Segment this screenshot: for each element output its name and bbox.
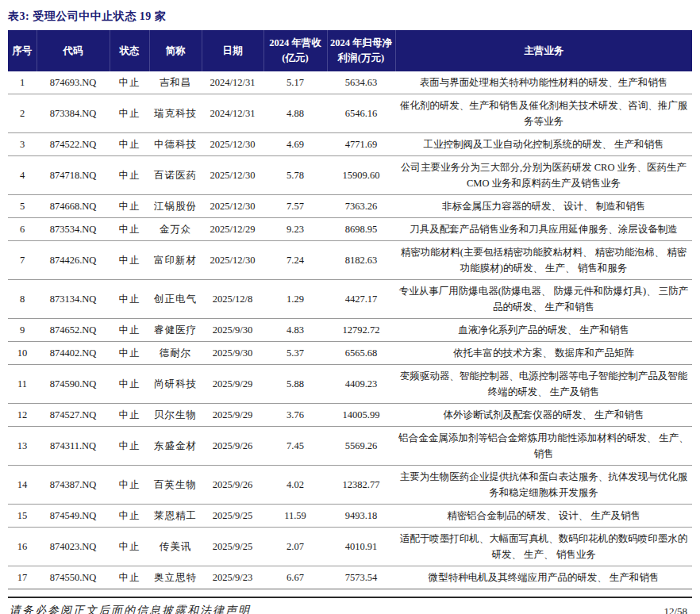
cell-no: 5	[8, 195, 37, 218]
report-page: 表3: 受理公司中中止状态 19 家 序号代码状态简称日期2024 年营收(亿元…	[0, 0, 700, 614]
cell-revenue: 3.76	[263, 404, 327, 427]
cell-date: 2025/12/30	[202, 195, 263, 218]
cell-revenue: 11.59	[263, 505, 327, 528]
cell-date: 2025/12/30	[202, 133, 263, 156]
cell-status: 中止	[110, 71, 149, 94]
cell-date: 2025/9/25	[202, 528, 263, 566]
cell-date: 2025/12/29	[202, 218, 263, 241]
cell-name: 百诺医药	[149, 156, 202, 195]
cell-revenue: 4.02	[263, 466, 327, 505]
cell-name: 尚研科技	[149, 365, 202, 404]
cell-revenue: 4.69	[263, 133, 327, 156]
cell-profit: 7363.26	[327, 195, 395, 218]
cell-profit: 4010.91	[327, 528, 395, 566]
cell-no: 7	[8, 241, 37, 280]
cell-profit: 7573.54	[327, 566, 395, 589]
table-row: 12874527.NQ中止贝尔生物2025/9/293.7614005.99体外…	[8, 404, 692, 427]
cell-no: 3	[8, 133, 37, 156]
cell-status: 中止	[110, 280, 149, 319]
table-header: 序号代码状态简称日期2024 年营收(亿元)2024 年归母净利润(万元)主营业…	[8, 30, 692, 71]
table-row: 15874549.NQ中止莱恩精工2025/9/2511.599493.18精密…	[8, 505, 692, 528]
cell-name: 百英生物	[149, 466, 202, 505]
column-header: 2024 年归母净利润(万元)	[327, 30, 395, 71]
table-title: 表3: 受理公司中中止状态 19 家	[8, 10, 692, 24]
cell-date: 2025/9/26	[202, 427, 263, 466]
cell-code: 874549.NQ	[37, 505, 110, 528]
cell-revenue: 6.67	[263, 566, 327, 589]
cell-status: 中止	[110, 528, 149, 566]
cell-revenue: 9.23	[263, 218, 327, 241]
cell-profit: 12382.77	[327, 466, 395, 505]
cell-code: 874311.NQ	[37, 427, 110, 466]
cell-name: 东盛金材	[149, 427, 202, 466]
cell-profit: 9493.18	[327, 505, 395, 528]
cell-revenue: 5.78	[263, 156, 327, 195]
cell-code: 874693.NQ	[37, 71, 110, 94]
cell-business: 工业控制阀及工业自动化控制系统的研发、 生产和销售	[395, 133, 692, 156]
cell-date: 2025/9/29	[202, 365, 263, 404]
cell-business: 变频驱动器、智能控制器、电源控制器等电子智能控制产品及智能终端的研发、 生产及销…	[395, 365, 692, 404]
cell-profit: 6546.16	[327, 94, 395, 133]
cell-date: 2025/9/26	[202, 466, 263, 505]
cell-status: 中止	[110, 505, 149, 528]
cell-business: 主要为生物医药企业提供抗体和蛋白表达服务、抗体发现与优化服务和稳定细胞株开发服务	[395, 466, 692, 505]
cell-no: 15	[8, 505, 37, 528]
cell-revenue: 2.07	[263, 528, 327, 566]
table-body: 1874693.NQ中止吉和昌2024/12/315.175634.63表面与界…	[8, 71, 692, 589]
cell-business: 催化剂的研发、生产和销售及催化剂相关技术研发、咨询、推广服务等业务	[395, 94, 692, 133]
column-header: 简称	[149, 30, 202, 71]
cell-code: 874550.NQ	[37, 566, 110, 589]
cell-business: 依托丰富的技术方案、 数据库和产品矩阵	[395, 342, 692, 365]
cell-profit: 14005.99	[327, 404, 395, 427]
cell-profit: 5569.26	[327, 427, 395, 466]
cell-status: 中止	[110, 566, 149, 589]
table-row: 8873134.NQ中止创正电气2025/12/81.294427.17专业从事…	[8, 280, 692, 319]
cell-profit: 6565.68	[327, 342, 395, 365]
cell-revenue: 7.57	[263, 195, 327, 218]
cell-date: 2025/12/30	[202, 156, 263, 195]
cell-profit: 4771.69	[327, 133, 395, 156]
cell-no: 4	[8, 156, 37, 195]
table-row: 7874426.NQ中止富印新材2025/12/307.248182.63精密功…	[8, 241, 692, 280]
column-header: 2024 年营收(亿元)	[263, 30, 327, 71]
cell-revenue: 4.83	[263, 319, 327, 342]
cell-date: 2024/12/31	[202, 71, 263, 94]
cell-profit: 8182.63	[327, 241, 395, 280]
cell-revenue: 7.45	[263, 427, 327, 466]
cell-code: 874426.NQ	[37, 241, 110, 280]
table-row: 1874693.NQ中止吉和昌2024/12/315.175634.63表面与界…	[8, 71, 692, 94]
cell-no: 6	[8, 218, 37, 241]
cell-date: 2025/9/25	[202, 505, 263, 528]
table-row: 6873534.NQ中止金万众2025/12/299.238698.95刀具及配…	[8, 218, 692, 241]
cell-status: 中止	[110, 466, 149, 505]
cell-date: 2025/9/29	[202, 404, 263, 427]
cell-business: 适配于喷墨打印机、大幅面写真机、数码印花机的数码喷印墨水的研发、 生产、 销售业…	[395, 528, 692, 566]
cell-profit: 15909.60	[327, 156, 395, 195]
cell-no: 16	[8, 528, 37, 566]
footer-disclaimer: 请务必参阅正文后面的信息披露和法律声明	[10, 604, 251, 614]
cell-status: 中止	[110, 218, 149, 241]
cell-revenue: 1.29	[263, 280, 327, 319]
cell-business: 刀具及配套产品销售业务和刀具应用延伸服务、涂层设备制造	[395, 218, 692, 241]
table-row: 2873384.NQ中止瑞克科技2024/12/314.886546.16催化剂…	[8, 94, 692, 133]
cell-name: 创正电气	[149, 280, 202, 319]
table-row: 10874402.NQ中止德耐尔2025/9/305.376565.68依托丰富…	[8, 342, 692, 365]
cell-business: 非标金属压力容器的研发、 设计、 制造和销售	[395, 195, 692, 218]
cell-code: 874387.NQ	[37, 466, 110, 505]
cell-code: 874718.NQ	[37, 156, 110, 195]
cell-name: 莱恩精工	[149, 505, 202, 528]
cell-business: 铝合金金属添加剂等铝合金熔炼用功能性添加材料的研发、 生产、 销售	[395, 427, 692, 466]
cell-no: 9	[8, 319, 37, 342]
table-row: 3874522.NQ中止中德科技2025/12/304.694771.69工业控…	[8, 133, 692, 156]
table-row: 14874387.NQ中止百英生物2025/9/264.0212382.77主要…	[8, 466, 692, 505]
cell-profit: 12792.72	[327, 319, 395, 342]
cell-name: 富印新材	[149, 241, 202, 280]
cell-code: 873534.NQ	[37, 218, 110, 241]
cell-status: 中止	[110, 133, 149, 156]
cell-date: 2025/9/30	[202, 342, 263, 365]
cell-code: 873384.NQ	[37, 94, 110, 133]
table-row: 11874590.NQ中止尚研科技2025/9/295.884409.23变频驱…	[8, 365, 692, 404]
cell-business: 精密铝合金制品的研发、 设计、 生产及销售	[395, 505, 692, 528]
cell-date: 2025/12/8	[202, 280, 263, 319]
cell-date: 2025/9/23	[202, 566, 263, 589]
